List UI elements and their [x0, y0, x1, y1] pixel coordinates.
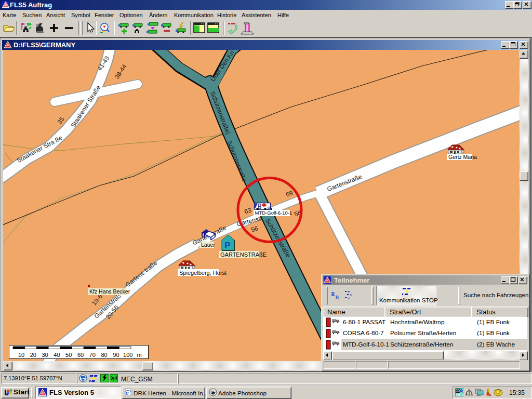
svg-text:60: 60 [77, 352, 84, 358]
svg-text:10: 10 [18, 352, 24, 358]
svg-text:MTD-Golf-6-10-1: MTD-Golf-6-10-1 [255, 210, 292, 216]
svg-text:30: 30 [42, 352, 48, 358]
svg-text:P: P [224, 241, 230, 250]
svg-text:GARTENSTRAßE: GARTENSTRAßE [220, 251, 267, 258]
svg-text:m: m [137, 352, 141, 358]
svg-text:50: 50 [65, 352, 72, 358]
svg-text:Lauer: Lauer [201, 242, 215, 248]
svg-text:Spiegelberg, Horst: Spiegelberg, Horst [179, 270, 227, 276]
svg-text:70: 70 [89, 352, 96, 358]
svg-text:20: 20 [30, 352, 36, 358]
svg-text:90: 90 [113, 352, 119, 358]
svg-text:e: e [126, 389, 129, 396]
svg-text:100: 100 [123, 352, 132, 358]
svg-text:40: 40 [54, 352, 60, 358]
svg-text:NEN!: NEN! [456, 393, 463, 396]
svg-text:Kfz Hans Becker: Kfz Hans Becker [89, 288, 130, 295]
svg-text:80: 80 [101, 352, 107, 358]
svg-text:Gertz Maria: Gertz Maria [448, 154, 477, 160]
